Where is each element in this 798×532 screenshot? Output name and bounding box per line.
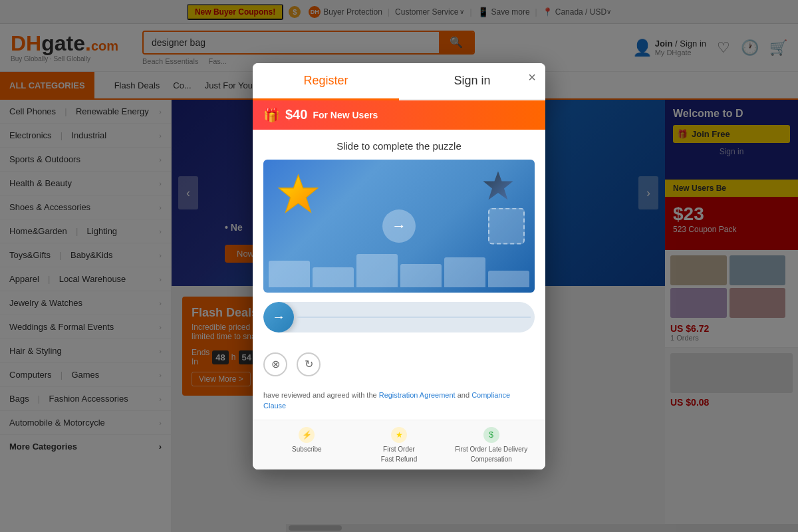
benefit-fast-refund-label: Fast Refund: [381, 456, 417, 463]
slider-thumb[interactable]: →: [263, 302, 294, 332]
benefit-late-delivery-label: First Order Late Delivery: [455, 446, 527, 453]
refresh-puzzle-button[interactable]: ↻: [297, 352, 321, 376]
benefit-late-delivery: $ First Order Late Delivery Compersation: [448, 427, 535, 463]
agreement-text: have reviewed and agreed with the Regist…: [253, 386, 545, 420]
bar-5: [444, 257, 485, 287]
puzzle-controls: ⊗ ↻: [253, 352, 545, 386]
benefit-compensation-label: Compersation: [471, 456, 512, 463]
star-dark: [481, 170, 515, 203]
slider-track[interactable]: →: [263, 302, 535, 332]
tab-sign-in[interactable]: Sign in: [399, 63, 545, 99]
modal-tabs: Register Sign in: [253, 63, 545, 100]
refresh-puzzle-icon: ↻: [305, 358, 313, 370]
benefit-fast-refund: ★ First Order Fast Refund: [356, 427, 443, 463]
puzzle-bars: [263, 253, 535, 293]
registration-agreement-link[interactable]: Registration Agreement: [379, 391, 456, 399]
bar-4: [400, 264, 442, 287]
puzzle-piece-slot: [488, 207, 525, 244]
tab-register[interactable]: Register: [253, 63, 399, 100]
bar-3: [356, 254, 398, 287]
benefits-bar: ⚡ Subscribe ★ First Order Fast Refund $ …: [253, 420, 545, 469]
modal-close-button[interactable]: ×: [528, 70, 536, 85]
svg-marker-1: [483, 171, 513, 200]
bar-2: [313, 267, 354, 287]
benefit-subscribe-label: Subscribe: [292, 446, 321, 453]
benefit-subscribe: ⚡ Subscribe: [263, 427, 350, 463]
new-user-amount: $40: [285, 107, 307, 122]
slider-track-line: [297, 317, 531, 318]
fast-refund-icon: ★: [391, 427, 407, 443]
star-gold: [277, 173, 320, 216]
bar-1: [269, 261, 310, 287]
puzzle-section: Slide to complete the puzzle: [253, 130, 545, 352]
svg-marker-0: [279, 175, 318, 212]
new-user-label: For New Users: [313, 110, 378, 120]
puzzle-title: Slide to complete the puzzle: [263, 140, 535, 152]
close-puzzle-button[interactable]: ⊗: [263, 352, 287, 376]
bar-6: [488, 271, 529, 287]
modal: × Register Sign in 🎁 $40 For New Users S…: [253, 63, 545, 469]
for-new-users-banner: 🎁 $40 For New Users: [253, 100, 545, 130]
puzzle-image: →: [263, 160, 535, 293]
puzzle-arrow: →: [382, 209, 416, 243]
close-puzzle-icon: ⊗: [271, 358, 280, 370]
late-delivery-icon: $: [483, 427, 499, 443]
overlay[interactable]: × Register Sign in 🎁 $40 For New Users S…: [0, 0, 798, 532]
subscribe-icon: ⚡: [299, 427, 315, 443]
benefit-first-order-label: First Order: [383, 446, 415, 453]
gift-icon: 🎁: [263, 107, 280, 123]
